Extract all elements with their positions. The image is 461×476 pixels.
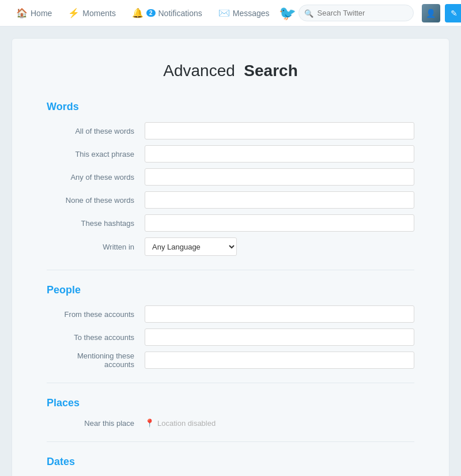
none-words-input[interactable] (145, 191, 414, 209)
language-label: Written in (47, 243, 145, 251)
to-accounts-label: To these accounts (47, 333, 145, 342)
page-title-light: Advanced (163, 62, 235, 80)
page-title-bold: Search (244, 62, 297, 80)
nav-search-icon: 🔍 (304, 9, 313, 17)
to-accounts-input[interactable] (145, 328, 414, 346)
any-words-row: Any of these words (47, 168, 414, 186)
words-section-title: Words (47, 101, 414, 113)
near-place-label: Near this place (47, 419, 145, 428)
nav-messages[interactable]: ✉️ Messages (211, 0, 277, 27)
compose-icon: ✎ (451, 9, 458, 18)
hashtags-label: These hashtags (47, 219, 145, 228)
nav-notifications-label: Notifications (158, 9, 202, 18)
nav-search-input[interactable] (298, 5, 414, 21)
dates-section-title: Dates (47, 456, 414, 468)
none-words-row: None of these words (47, 191, 414, 209)
to-accounts-row: To these accounts (47, 328, 414, 346)
any-words-label: Any of these words (47, 173, 145, 182)
avatar-image: 👤 (426, 9, 436, 18)
divider-people-places (47, 383, 414, 383)
nav-home-label: Home (31, 9, 52, 18)
nav-moments[interactable]: ⚡ Moments (61, 0, 123, 27)
nav-home[interactable]: 🏠 Home (9, 0, 59, 27)
location-pin-icon: 📍 (145, 418, 154, 428)
nav-messages-label: Messages (233, 9, 270, 18)
avatar[interactable]: 👤 (422, 4, 440, 22)
notifications-icon: 🔔 (132, 7, 143, 18)
near-place-row: Near this place 📍 Location disabled (47, 418, 414, 428)
nav-notifications[interactable]: 🔔 2 Notifications (125, 0, 209, 27)
location-disabled-text: Location disabled (157, 419, 216, 428)
language-row: Written in Any Language English Spanish … (47, 237, 414, 256)
hashtags-row: These hashtags (47, 214, 414, 232)
language-select[interactable]: Any Language English Spanish French Germ… (145, 237, 237, 256)
twitter-bird-icon: 🐦 (279, 5, 296, 21)
from-accounts-row: From these accounts (47, 305, 414, 323)
divider-places-dates (47, 441, 414, 442)
any-words-input[interactable] (145, 168, 414, 186)
mentioning-row: Mentioning these accounts (47, 352, 414, 369)
nav-moments-label: Moments (82, 9, 116, 18)
exact-phrase-label: This exact phrase (47, 150, 145, 158)
exact-phrase-row: This exact phrase (47, 145, 414, 163)
mentioning-input[interactable] (145, 352, 414, 369)
exact-phrase-input[interactable] (145, 145, 414, 163)
nav-right: 👤 ✎ (422, 4, 461, 22)
places-section-title: Places (47, 397, 414, 409)
location-disabled: 📍 Location disabled (145, 418, 216, 428)
messages-icon: ✉️ (218, 7, 230, 18)
divider-words-people (47, 270, 414, 270)
from-accounts-label: From these accounts (47, 310, 145, 319)
people-section-title: People (47, 284, 414, 296)
moments-icon: ⚡ (68, 7, 80, 18)
twitter-logo-wrap: 🐦 (279, 5, 296, 21)
compose-button[interactable]: ✎ (445, 4, 461, 22)
page-title: Advanced Search (47, 62, 414, 80)
home-icon: 🏠 (16, 7, 28, 18)
all-words-input[interactable] (145, 122, 414, 139)
mentioning-label: Mentioning these accounts (47, 352, 145, 369)
all-words-row: All of these words (47, 122, 414, 139)
none-words-label: None of these words (47, 196, 145, 205)
all-words-label: All of these words (47, 127, 145, 135)
notifications-badge: 2 (146, 9, 156, 17)
hashtags-input[interactable] (145, 214, 414, 232)
nav-search-wrap: 🔍 (298, 5, 414, 21)
from-accounts-input[interactable] (145, 305, 414, 323)
main-content: Advanced Search Words All of these words… (12, 38, 449, 476)
navbar: 🏠 Home ⚡ Moments 🔔 2 Notifications ✉️ Me… (0, 0, 461, 27)
